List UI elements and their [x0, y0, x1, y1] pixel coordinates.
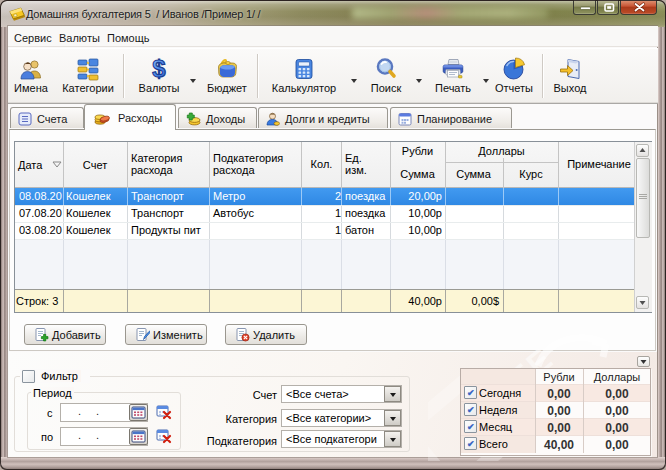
svg-text:$: $ [152, 57, 166, 81]
